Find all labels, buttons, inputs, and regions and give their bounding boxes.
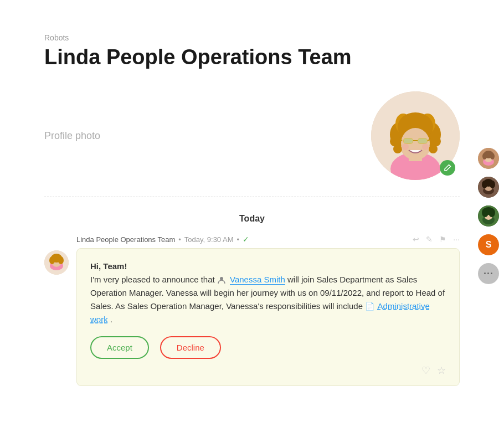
sidebar-avatar-4[interactable]: S <box>478 234 499 255</box>
page-title: Linda People Operations Team <box>44 45 460 69</box>
profile-section: Profile photo <box>44 91 460 197</box>
timestamp: Today, 9:30 AM <box>184 235 234 244</box>
sidebar-avatar-3[interactable] <box>478 205 499 227</box>
message-block: Linda People Operations Team • Today, 9:… <box>76 235 460 386</box>
main-content: Robots Linda People Operations Team Prof… <box>0 0 504 386</box>
body-part1: I'm very pleased to announce that <box>90 275 215 284</box>
sidebar-avatar-2[interactable] <box>478 177 499 198</box>
svg-point-21 <box>402 143 409 150</box>
message-meta-left: Linda People Operations Team • Today, 9:… <box>76 235 249 244</box>
heart-icon[interactable]: ♡ <box>421 364 430 377</box>
svg-point-48 <box>483 207 494 215</box>
star-icon[interactable]: ☆ <box>437 364 446 377</box>
meta-dot: • <box>237 235 240 244</box>
svg-point-30 <box>220 277 223 280</box>
greeting: Hi, Team! <box>90 261 127 271</box>
message-bubble: Hi, Team! I'm very pleased to announce t… <box>76 248 460 386</box>
doc-icon: 📄 <box>365 302 374 311</box>
svg-rect-20 <box>418 138 427 143</box>
sender-avatar <box>44 250 69 275</box>
body-end: . <box>110 315 112 324</box>
sidebar-avatar-more[interactable]: ··· <box>478 263 499 284</box>
svg-rect-19 <box>404 138 413 143</box>
more-options-icon[interactable]: ··· <box>453 235 460 244</box>
sidebar-avatar-1[interactable] <box>478 148 499 169</box>
today-section: Today <box>44 214 460 224</box>
mention-link[interactable]: Vanessa Smith <box>230 275 285 285</box>
sender-name: Linda People Operations Team <box>76 235 175 244</box>
flag-icon[interactable]: ⚑ <box>439 235 446 244</box>
breadcrumb: Robots <box>44 33 460 42</box>
message-actions: ↩ ✎ ⚑ ··· <box>413 235 460 244</box>
svg-point-28 <box>51 254 62 263</box>
avatar-container <box>371 91 460 180</box>
message-text: Hi, Team! I'm very pleased to announce t… <box>90 260 446 326</box>
svg-point-22 <box>422 143 429 150</box>
message-action-buttons: Accept Decline <box>90 336 446 359</box>
decline-button[interactable]: Decline <box>160 336 221 359</box>
svg-point-12 <box>429 145 438 153</box>
reply-icon[interactable]: ↩ <box>413 235 419 244</box>
message-meta: Linda People Operations Team • Today, 9:… <box>76 235 460 244</box>
today-label: Today <box>239 214 265 223</box>
accept-button[interactable]: Accept <box>90 336 149 359</box>
svg-point-11 <box>393 145 402 153</box>
right-sidebar: S ··· <box>473 0 504 432</box>
svg-point-36 <box>484 151 493 158</box>
meta-separator: • <box>178 235 181 244</box>
svg-point-42 <box>484 179 493 187</box>
profile-photo-label: Profile photo <box>44 130 100 142</box>
edit-icon[interactable]: ✎ <box>426 235 433 244</box>
user-icon <box>217 276 226 285</box>
message-footer: ♡ ☆ <box>90 364 446 377</box>
read-receipt-icon: ✓ <box>243 235 249 244</box>
avatar-edit-button[interactable] <box>440 160 455 176</box>
message-row: Linda People Operations Team • Today, 9:… <box>44 235 460 386</box>
